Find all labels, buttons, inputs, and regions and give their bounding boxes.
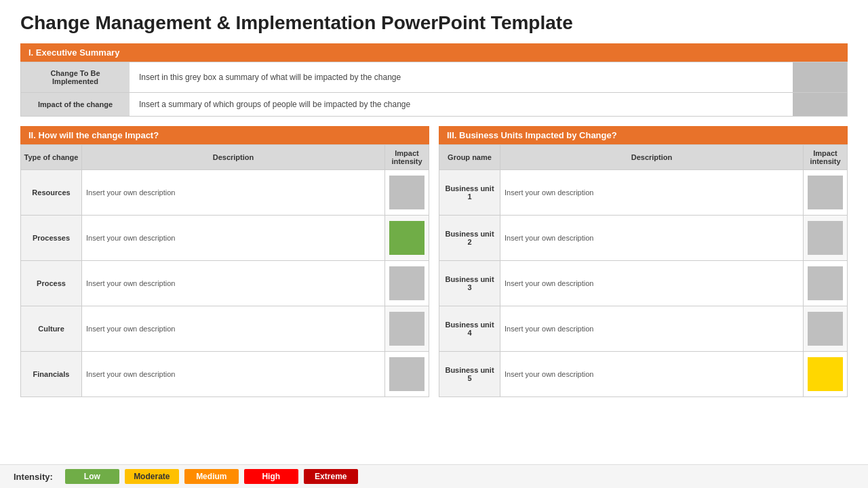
exec-row-2: Impact of the change Insert a summary of… <box>21 93 847 116</box>
exec-summary-header: I. Executive Summary <box>20 43 848 62</box>
two-col-layout: II. How will the change Impact? Type of … <box>20 126 848 397</box>
table-row: Business unit 4 Insert your own descript… <box>439 306 848 352</box>
intensity-cell <box>385 170 429 216</box>
legend-color-box: Moderate <box>125 469 179 484</box>
bu-intensity-cell <box>804 261 848 306</box>
desc-cell: Insert your own description <box>82 352 385 397</box>
exec-label-change: Change To Be Implemented <box>21 62 130 92</box>
legend-color-box: Extreme <box>304 469 358 484</box>
bu-desc-cell: Insert your own description <box>500 352 804 397</box>
executive-summary-section: I. Executive Summary Change To Be Implem… <box>20 43 848 117</box>
legend-item: Extreme <box>304 469 358 484</box>
bu-desc-cell: Insert your own description <box>500 306 804 352</box>
legend-color-box: Low <box>65 469 119 484</box>
type-cell: Resources <box>21 170 82 216</box>
exec-content-change: Insert in this grey box a summary of wha… <box>130 62 793 92</box>
bu-intensity-cell <box>804 216 848 261</box>
type-cell: Process <box>21 261 82 306</box>
col-type-change: Type of change <box>21 145 82 170</box>
table-row: Processes Insert your own description <box>21 216 429 261</box>
page-container: Change Management & Implementation Power… <box>0 0 868 488</box>
legend-item: Moderate <box>125 469 179 484</box>
table-row: Business unit 2 Insert your own descript… <box>439 216 848 261</box>
group-cell: Business unit 2 <box>439 216 500 261</box>
intensity-cell <box>385 261 429 306</box>
group-cell: Business unit 3 <box>439 261 500 306</box>
bu-desc-cell: Insert your own description <box>500 261 804 306</box>
type-cell: Processes <box>21 216 82 261</box>
legend-color-box: High <box>244 469 298 484</box>
exec-indicator-2 <box>793 93 847 116</box>
group-cell: Business unit 1 <box>439 170 500 216</box>
how-change-header: II. How will the change Impact? <box>20 126 429 144</box>
legend-item: Low <box>65 469 119 484</box>
bu-desc-cell: Insert your own description <box>500 216 804 261</box>
col-bu-intensity: Impact intensity <box>804 145 848 170</box>
intensity-cell <box>385 216 429 261</box>
impact-table: Type of change Description Impact intens… <box>20 144 429 397</box>
table-row: Culture Insert your own description <box>21 306 429 352</box>
col-description: Description <box>82 145 385 170</box>
bu-intensity-cell <box>804 352 848 397</box>
group-cell: Business unit 5 <box>439 352 500 397</box>
bu-intensity-cell <box>804 306 848 352</box>
table-row: Business unit 3 Insert your own descript… <box>439 261 848 306</box>
business-units-header: III. Business Units Impacted by Change? <box>439 126 848 144</box>
business-units-section: III. Business Units Impacted by Change? … <box>439 126 848 397</box>
how-change-impact-section: II. How will the change Impact? Type of … <box>20 126 429 397</box>
bu-table-header-row: Group name Description Impact intensity <box>439 145 848 170</box>
page-title: Change Management & Implementation Power… <box>20 12 848 34</box>
legend-bar: Intensity: LowModerateMediumHighExtreme <box>0 464 868 488</box>
table-row: Business unit 1 Insert your own descript… <box>439 170 848 216</box>
exec-label-impact: Impact of the change <box>21 93 130 116</box>
desc-cell: Insert your own description <box>82 170 385 216</box>
col-group-name: Group name <box>439 145 500 170</box>
desc-cell: Insert your own description <box>82 216 385 261</box>
type-cell: Culture <box>21 306 82 352</box>
bu-desc-cell: Insert your own description <box>500 170 804 216</box>
group-cell: Business unit 4 <box>439 306 500 352</box>
table-row: Process Insert your own description <box>21 261 429 306</box>
legend-items: LowModerateMediumHighExtreme <box>65 469 358 484</box>
legend-label: Intensity: <box>14 472 53 482</box>
exec-summary-container: Change To Be Implemented Insert in this … <box>20 62 848 117</box>
legend-item: High <box>244 469 298 484</box>
intensity-cell <box>385 306 429 352</box>
col-bu-description: Description <box>500 145 804 170</box>
exec-content-impact: Insert a summary of which groups of peop… <box>130 93 793 116</box>
exec-indicator-1 <box>793 62 847 92</box>
legend-item: Medium <box>184 469 239 484</box>
table-row: Financials Insert your own description <box>21 352 429 397</box>
col-intensity: Impact intensity <box>385 145 429 170</box>
desc-cell: Insert your own description <box>82 261 385 306</box>
bu-table: Group name Description Impact intensity … <box>439 144 848 397</box>
table-row: Business unit 5 Insert your own descript… <box>439 352 848 397</box>
bu-intensity-cell <box>804 170 848 216</box>
intensity-cell <box>385 352 429 397</box>
exec-row-1: Change To Be Implemented Insert in this … <box>21 62 847 93</box>
legend-color-box: Medium <box>184 469 239 484</box>
type-cell: Financials <box>21 352 82 397</box>
desc-cell: Insert your own description <box>82 306 385 352</box>
impact-table-header-row: Type of change Description Impact intens… <box>21 145 429 170</box>
table-row: Resources Insert your own description <box>21 170 429 216</box>
